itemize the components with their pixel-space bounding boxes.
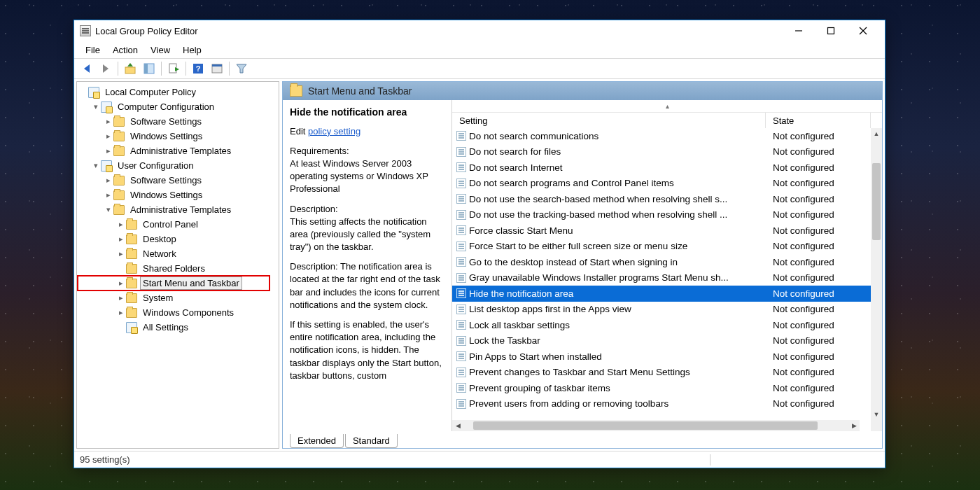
- tree-uc-all-settings[interactable]: All Settings: [78, 320, 277, 335]
- svg-rect-9: [144, 64, 148, 74]
- tree-uc-system[interactable]: System: [78, 290, 277, 305]
- menu-file[interactable]: File: [81, 43, 104, 57]
- tree-root[interactable]: Local Computer Policy: [78, 85, 277, 99]
- setting-row[interactable]: Prevent users from adding or removing to…: [452, 396, 871, 412]
- setting-state: Not configured: [766, 398, 871, 409]
- tree-cc-software[interactable]: Software Settings: [78, 114, 277, 129]
- setting-icon: [456, 178, 466, 188]
- menu-view[interactable]: View: [146, 43, 174, 57]
- setting-icon: [456, 257, 466, 267]
- setting-name: Do not search programs and Control Panel…: [469, 178, 674, 188]
- folder-icon: [126, 234, 137, 244]
- setting-row[interactable]: Gray unavailable Windows Installer progr…: [452, 270, 871, 286]
- setting-name: Lock all taskbar settings: [469, 320, 570, 330]
- titlebar: Local Group Policy Editor: [74, 20, 885, 41]
- properties-button[interactable]: [209, 60, 225, 77]
- policy-setting-link[interactable]: policy setting: [308, 126, 360, 136]
- setting-icon: [456, 288, 466, 298]
- tree-uc-software[interactable]: Software Settings: [78, 173, 277, 188]
- setting-name: Do not use the tracking-based method whe…: [469, 209, 727, 220]
- help-button[interactable]: ?: [190, 60, 206, 77]
- tree-uc-windows-components[interactable]: Windows Components: [78, 305, 277, 320]
- req-heading: Requirements:: [290, 146, 349, 156]
- tree-cc-admin[interactable]: Administrative Templates: [78, 144, 277, 158]
- col-state[interactable]: State: [766, 113, 871, 128]
- tab-extended[interactable]: Extended: [290, 434, 344, 448]
- window-title: Local Group Policy Editor: [95, 26, 198, 36]
- setting-name: Go to the desktop instead of Start when …: [469, 257, 678, 267]
- tree-cc-windows[interactable]: Windows Settings: [78, 129, 277, 144]
- scroll-up-icon[interactable]: ▲: [871, 128, 882, 139]
- tree-uc-control-panel[interactable]: Control Panel: [78, 217, 277, 232]
- hscroll-thumb[interactable]: [473, 421, 818, 430]
- setting-row[interactable]: Do not search for filesNot configured: [452, 144, 871, 160]
- col-setting[interactable]: Setting: [452, 113, 766, 128]
- setting-row[interactable]: Do not use the search-based method when …: [452, 191, 871, 207]
- setting-row[interactable]: List desktop apps first in the Apps view…: [452, 302, 871, 318]
- export-button[interactable]: [165, 60, 182, 77]
- show-hide-tree-button[interactable]: [141, 60, 158, 77]
- vertical-scrollbar[interactable]: ▲ ▼: [871, 128, 882, 420]
- setting-state: Not configured: [766, 194, 871, 204]
- setting-row[interactable]: Force classic Start MenuNot configured: [452, 223, 871, 239]
- svg-marker-4: [84, 64, 90, 73]
- tree-uc-windows[interactable]: Windows Settings: [78, 188, 277, 202]
- folder-icon: [126, 279, 137, 288]
- setting-row[interactable]: Prevent changes to Taskbar and Start Men…: [452, 365, 871, 381]
- setting-state: Not configured: [766, 351, 871, 362]
- setting-row[interactable]: Hide the notification areaNot configured: [452, 286, 871, 302]
- up-button[interactable]: [122, 60, 139, 77]
- computer-icon: [101, 102, 112, 113]
- horizontal-scrollbar[interactable]: ◀ ▶: [452, 420, 860, 431]
- tree-uc-start-menu-taskbar[interactable]: Start Menu and Taskbar: [78, 276, 277, 290]
- setting-icon: [456, 368, 466, 377]
- setting-row[interactable]: Lock the TaskbarNot configured: [452, 333, 871, 349]
- tree-computer-config[interactable]: Computer Configuration: [78, 99, 277, 114]
- tree-uc-shared-folders[interactable]: Shared Folders: [78, 261, 277, 276]
- setting-row[interactable]: Force Start to be either full screen siz…: [452, 239, 871, 255]
- menu-help[interactable]: Help: [178, 43, 206, 57]
- setting-name: Hide the notification area: [469, 288, 573, 299]
- setting-row[interactable]: Do not use the tracking-based method whe…: [452, 207, 871, 223]
- back-button[interactable]: [78, 60, 95, 77]
- setting-icon: [456, 194, 466, 204]
- list-sort-indicator[interactable]: ▴: [452, 100, 882, 113]
- folder-icon: [126, 293, 137, 303]
- setting-name: Lock the Taskbar: [469, 335, 540, 346]
- tree-uc-desktop[interactable]: Desktop: [78, 232, 277, 246]
- forward-button[interactable]: [97, 60, 114, 77]
- tree-uc-admin[interactable]: Administrative Templates: [78, 202, 277, 217]
- setting-row[interactable]: Prevent grouping of taskbar itemsNot con…: [452, 380, 871, 396]
- desc-title: Hide the notification area: [290, 106, 444, 120]
- tab-standard[interactable]: Standard: [345, 434, 398, 448]
- setting-icon: [456, 320, 466, 330]
- setting-name: Do not search communications: [469, 131, 598, 141]
- setting-state: Not configured: [766, 162, 871, 173]
- setting-row[interactable]: Do not search communicationsNot configur…: [452, 128, 871, 144]
- maximize-button[interactable]: [815, 20, 847, 41]
- setting-row[interactable]: Do not search programs and Control Panel…: [452, 176, 871, 192]
- minimize-button[interactable]: [783, 20, 815, 41]
- scroll-right-icon[interactable]: ▶: [848, 420, 860, 431]
- details-pane: Start Menu and Taskbar Hide the notifica…: [282, 81, 883, 449]
- tree-user-config[interactable]: User Configuration: [78, 158, 277, 173]
- tree-pane[interactable]: Local Computer Policy Computer Configura…: [76, 81, 279, 449]
- filter-button[interactable]: [233, 60, 250, 77]
- setting-state: Not configured: [766, 367, 871, 377]
- menu-action[interactable]: Action: [108, 43, 142, 57]
- tree-uc-network[interactable]: Network: [78, 246, 277, 261]
- setting-row[interactable]: Pin Apps to Start when installedNot conf…: [452, 349, 871, 365]
- setting-icon: [456, 383, 466, 393]
- folder-icon: [113, 117, 125, 127]
- scroll-left-icon[interactable]: ◀: [452, 420, 463, 431]
- folder-icon: [126, 220, 137, 230]
- pane-header: Start Menu and Taskbar: [283, 82, 882, 100]
- scroll-thumb[interactable]: [872, 163, 881, 240]
- folder-icon: [113, 190, 125, 200]
- setting-row[interactable]: Lock all taskbar settingsNot configured: [452, 317, 871, 333]
- setting-row[interactable]: Go to the desktop instead of Start when …: [452, 254, 871, 270]
- scroll-down-icon[interactable]: ▼: [871, 409, 882, 420]
- all-settings-icon: [126, 322, 137, 333]
- close-button[interactable]: [847, 20, 879, 41]
- setting-row[interactable]: Do not search InternetNot configured: [452, 160, 871, 176]
